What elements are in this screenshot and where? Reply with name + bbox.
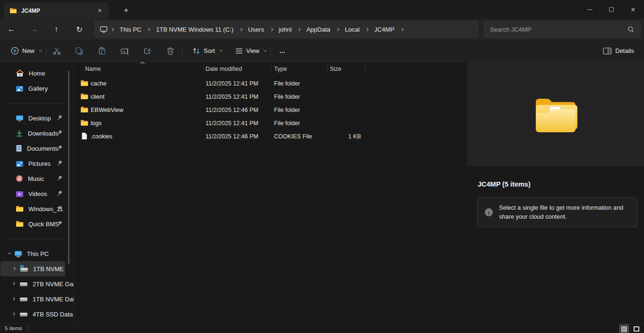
- new-tab-button[interactable]: +: [119, 4, 133, 17]
- explorer-tab[interactable]: JC4MP ✕: [4, 2, 109, 19]
- rename-button[interactable]: A: [117, 43, 133, 59]
- file-date: 11/2/2025 12:46 PM: [206, 107, 258, 113]
- sidebar-item-music[interactable]: Music: [0, 171, 74, 186]
- column-header-date-modified[interactable]: Date modified: [206, 66, 242, 72]
- sidebar-item-windows11-folder[interactable]: Windows_11: [0, 201, 74, 216]
- toolbar-divider: [270, 45, 271, 57]
- paste-button[interactable]: [94, 43, 110, 59]
- back-button[interactable]: ←: [4, 22, 19, 37]
- sidebar-item-drive-c[interactable]: 1TB NVME Win: [0, 261, 65, 276]
- search-box[interactable]: [484, 21, 641, 38]
- pin-icon: [57, 160, 63, 166]
- column-header-size[interactable]: Size: [330, 66, 341, 72]
- file-row-logs[interactable]: logs 11/2/2025 12:41 PM File folder: [75, 117, 466, 130]
- maximize-button[interactable]: [601, 0, 622, 19]
- minimize-button[interactable]: [579, 0, 601, 19]
- details-title: JC4MP (5 items): [478, 180, 531, 188]
- sidebar-item-label: Gallery: [28, 85, 74, 92]
- breadcrumb-appdata[interactable]: AppData: [303, 24, 333, 35]
- breadcrumb-drive-c[interactable]: 1TB NVME Windows 11 (C:): [153, 24, 236, 35]
- column-divider[interactable]: [270, 64, 271, 74]
- file-row-cookies[interactable]: .cookies 11/2/2025 12:46 PM COOKIES File…: [75, 130, 466, 143]
- navigation-pane: Home Gallery Desktop: [0, 62, 74, 324]
- sidebar-item-drive-1tb-data[interactable]: 1TB NVME Dat: [0, 291, 74, 307]
- tab-folder-icon: [9, 8, 17, 14]
- share-button[interactable]: [139, 43, 155, 59]
- chevron-right-icon: [270, 27, 273, 31]
- details-pane-button[interactable]: Details: [599, 43, 638, 59]
- breadcrumb-users[interactable]: Users: [245, 24, 267, 35]
- sidebar-item-label: Videos: [28, 190, 74, 197]
- chevron-down-icon[interactable]: [8, 251, 11, 255]
- sidebar-item-videos[interactable]: Videos: [0, 186, 74, 201]
- file-type: File folder: [274, 80, 300, 87]
- pin-icon: [57, 175, 63, 181]
- column-divider[interactable]: [203, 64, 204, 74]
- chevron-right-icon[interactable]: [12, 267, 16, 270]
- breadcrumb-johnl[interactable]: johnl: [276, 24, 294, 35]
- column-divider[interactable]: [365, 64, 365, 74]
- breadcrumb-this-pc[interactable]: This PC: [117, 24, 144, 35]
- music-icon: [16, 175, 23, 182]
- breadcrumb[interactable]: This PC 1TB NVME Windows 11 (C:) Users j…: [94, 21, 478, 38]
- address-bar: ← → ↑ ↻ This PC 1TB NVME Windows 11 (C:)…: [0, 19, 644, 40]
- sidebar-item-label: Documents: [27, 145, 74, 152]
- refresh-button[interactable]: ↻: [72, 22, 87, 37]
- sidebar-item-quickbms-folder[interactable]: Quick BMS: [0, 216, 74, 231]
- close-button[interactable]: ✕: [622, 0, 644, 19]
- maximize-icon: [609, 7, 614, 12]
- column-header-type[interactable]: Type: [274, 66, 287, 72]
- window-controls: ✕: [579, 0, 644, 19]
- thumbnails-view-toggle[interactable]: [632, 324, 641, 333]
- chevron-right-icon[interactable]: [12, 282, 15, 285]
- sidebar-item-downloads[interactable]: Downloads: [0, 126, 74, 141]
- breadcrumb-jc4mp[interactable]: JC4MP: [371, 24, 397, 35]
- sidebar-item-drive-4tb-ssd[interactable]: 4TB SSD Data (: [0, 307, 74, 322]
- chevron-right-icon[interactable]: [12, 297, 15, 300]
- sidebar-item-drive-2tb[interactable]: 2TB NVME Gam: [0, 276, 74, 291]
- delete-button[interactable]: [162, 43, 178, 59]
- file-row-ebwebview[interactable]: EBWebView 11/2/2025 12:46 PM File folder: [75, 103, 466, 117]
- pin-icon: [57, 145, 63, 151]
- new-button[interactable]: New: [7, 43, 45, 59]
- sort-button[interactable]: Sort: [188, 43, 226, 59]
- column-header-name[interactable]: Name: [85, 66, 101, 72]
- status-divider: [27, 325, 28, 332]
- sidebar-item-desktop[interactable]: Desktop: [0, 111, 74, 126]
- sidebar-item-pictures[interactable]: Pictures: [0, 156, 74, 171]
- chevron-right-icon: [297, 27, 301, 31]
- cut-button[interactable]: [49, 43, 65, 59]
- desktop-icon: [16, 115, 24, 122]
- sidebar-item-documents[interactable]: Documents: [0, 141, 74, 156]
- downloads-icon: [16, 130, 23, 137]
- sidebar-item-label: 2TB NVME Gam: [33, 281, 74, 288]
- up-button[interactable]: ↑: [49, 22, 64, 37]
- forward-button[interactable]: →: [26, 22, 42, 37]
- sidebar-item-label: This PC: [27, 250, 74, 257]
- search-icon[interactable]: [627, 26, 635, 33]
- sidebar-item-gallery[interactable]: Gallery: [0, 81, 74, 96]
- sidebar-item-label: 4TB SSD Data (: [33, 311, 74, 318]
- sidebar-item-home[interactable]: Home: [0, 66, 74, 81]
- column-divider[interactable]: [327, 64, 327, 74]
- search-input[interactable]: [490, 26, 627, 33]
- chevron-right-icon[interactable]: [12, 312, 15, 316]
- sidebar-item-label: Home: [29, 70, 74, 77]
- file-date: 11/2/2025 12:41 PM: [206, 80, 258, 87]
- chevron-right-icon: [336, 27, 339, 31]
- file-row-cache[interactable]: cache 11/2/2025 12:41 PM File folder: [75, 77, 466, 90]
- tab-close-icon[interactable]: ✕: [95, 7, 104, 15]
- see-more-button[interactable]: …: [275, 43, 290, 59]
- breadcrumb-local[interactable]: Local: [342, 24, 362, 35]
- sidebar-item-label: Pictures: [28, 160, 74, 167]
- sidebar-scrollbar[interactable]: [68, 71, 69, 265]
- details-view-toggle[interactable]: [619, 324, 629, 333]
- copy-button[interactable]: [71, 43, 87, 59]
- sidebar-item-this-pc[interactable]: This PC: [0, 246, 74, 261]
- sort-icon: [192, 47, 200, 55]
- file-row-client[interactable]: client 11/2/2025 12:41 PM File folder: [75, 90, 466, 103]
- view-button[interactable]: View: [231, 43, 270, 59]
- folder-icon: [16, 221, 24, 227]
- delete-icon: [166, 47, 174, 55]
- file-name: cache: [91, 80, 106, 87]
